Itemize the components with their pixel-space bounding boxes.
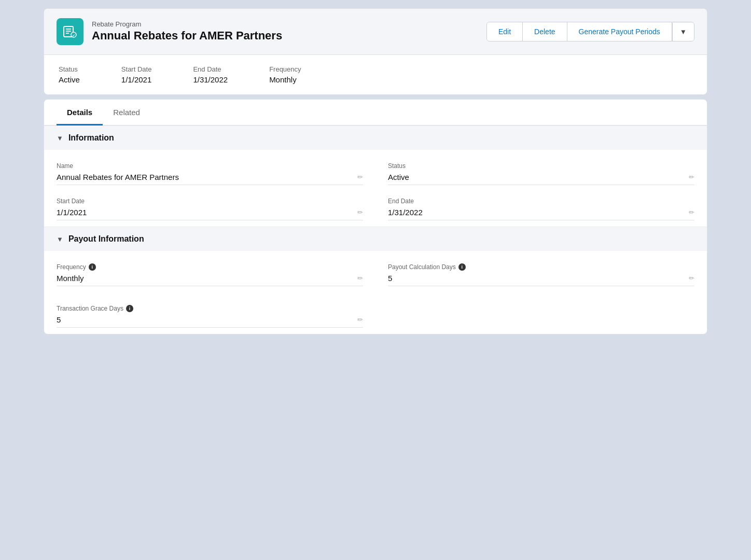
- header-subtitle: Rebate Program: [92, 20, 282, 28]
- frequency-info-icon[interactable]: i: [89, 263, 96, 271]
- information-fields-grid: Name Annual Rebates for AMER Partners ✏ …: [44, 150, 707, 227]
- meta-start-date: Start Date 1/1/2021: [121, 65, 152, 84]
- status-value-row: Active ✏: [388, 173, 694, 185]
- start-date-label: Start Date: [57, 198, 363, 205]
- end-date-label: End Date: [388, 198, 694, 205]
- end-date-value: 1/31/2022: [388, 208, 423, 217]
- edit-button[interactable]: Edit: [487, 22, 523, 41]
- start-date-edit-icon[interactable]: ✏: [357, 208, 363, 216]
- generate-payout-button[interactable]: Generate Payout Periods: [567, 22, 672, 41]
- payout-calc-value-row: 5 ✏: [388, 274, 694, 286]
- start-date-value: 1/1/2021: [57, 208, 87, 217]
- meta-end-date: End Date 1/31/2022: [193, 65, 228, 84]
- frequency-value-row: Monthly ✏: [57, 274, 363, 286]
- meta-status-value: Active: [59, 75, 80, 84]
- header-title: Annual Rebates for AMER Partners: [92, 29, 282, 43]
- meta-end-date-label: End Date: [193, 65, 228, 73]
- meta-end-date-value: 1/31/2022: [193, 75, 228, 84]
- meta-status-label: Status: [59, 65, 80, 73]
- header-top: ✓ Rebate Program Annual Rebates for AMER…: [44, 9, 707, 55]
- payout-section-title: Payout Information: [68, 234, 144, 244]
- transaction-grace-field: Transaction Grace Days i 5 ✏: [57, 297, 376, 332]
- meta-frequency-value: Monthly: [269, 75, 301, 84]
- payout-calc-field: Payout Calculation Days i 5 ✏: [376, 255, 694, 290]
- tab-related[interactable]: Related: [103, 100, 150, 125]
- header-actions: Edit Delete Generate Payout Periods ▼: [486, 22, 694, 41]
- main-card: Details Related ▼ Information Name Annua…: [44, 99, 707, 334]
- end-date-field: End Date 1/31/2022 ✏: [376, 189, 694, 225]
- payout-calc-label: Payout Calculation Days i: [388, 263, 694, 271]
- meta-start-date-value: 1/1/2021: [121, 75, 152, 84]
- transaction-grace-edit-icon[interactable]: ✏: [357, 316, 363, 324]
- app-icon: ✓: [57, 18, 84, 45]
- name-label: Name: [57, 162, 363, 170]
- header-card: ✓ Rebate Program Annual Rebates for AMER…: [44, 8, 707, 95]
- header-left: ✓ Rebate Program Annual Rebates for AMER…: [57, 18, 282, 45]
- name-edit-icon[interactable]: ✏: [357, 173, 363, 181]
- payout-calc-info-icon[interactable]: i: [458, 263, 466, 271]
- meta-start-date-label: Start Date: [121, 65, 152, 73]
- name-field: Name Annual Rebates for AMER Partners ✏: [57, 154, 376, 189]
- status-label: Status: [388, 162, 694, 170]
- frequency-field: Frequency i Monthly ✏: [57, 255, 376, 290]
- information-section-title: Information: [68, 133, 114, 143]
- status-value: Active: [388, 173, 409, 181]
- payout-chevron-icon: ▼: [57, 235, 63, 243]
- name-value: Annual Rebates for AMER Partners: [57, 173, 179, 181]
- tabs-row: Details Related: [44, 100, 707, 125]
- start-date-value-row: 1/1/2021 ✏: [57, 208, 363, 220]
- name-value-row: Annual Rebates for AMER Partners ✏: [57, 173, 363, 185]
- payout-calc-value: 5: [388, 274, 392, 283]
- transaction-grace-value: 5: [57, 315, 61, 324]
- frequency-value: Monthly: [57, 274, 84, 283]
- meta-row: Status Active Start Date 1/1/2021 End Da…: [44, 55, 707, 94]
- meta-frequency: Frequency Monthly: [269, 65, 301, 84]
- transaction-grace-value-row: 5 ✏: [57, 315, 363, 328]
- actions-dropdown-button[interactable]: ▼: [672, 23, 694, 41]
- frequency-label: Frequency i: [57, 263, 363, 271]
- information-chevron-icon: ▼: [57, 134, 63, 142]
- payout-calc-edit-icon[interactable]: ✏: [689, 274, 694, 282]
- tab-details[interactable]: Details: [57, 100, 103, 125]
- page-wrapper: ✓ Rebate Program Annual Rebates for AMER…: [44, 8, 707, 334]
- information-section-header[interactable]: ▼ Information: [44, 125, 707, 150]
- end-date-edit-icon[interactable]: ✏: [689, 208, 694, 216]
- start-date-field: Start Date 1/1/2021 ✏: [57, 189, 376, 225]
- meta-frequency-label: Frequency: [269, 65, 301, 73]
- meta-status: Status Active: [59, 65, 80, 84]
- payout-section-header[interactable]: ▼ Payout Information: [44, 227, 707, 251]
- status-edit-icon[interactable]: ✏: [689, 173, 694, 181]
- transaction-grace-info-icon[interactable]: i: [126, 305, 133, 312]
- end-date-value-row: 1/31/2022 ✏: [388, 208, 694, 220]
- header-title-group: Rebate Program Annual Rebates for AMER P…: [92, 20, 282, 43]
- transaction-grace-label: Transaction Grace Days i: [57, 305, 363, 312]
- svg-text:✓: ✓: [72, 34, 75, 37]
- payout-fields-grid: Frequency i Monthly ✏ Payout Calculation…: [44, 251, 707, 292]
- status-field: Status Active ✏: [376, 154, 694, 189]
- frequency-edit-icon[interactable]: ✏: [357, 274, 363, 282]
- transaction-grace-section: Transaction Grace Days i 5 ✏: [44, 292, 707, 334]
- delete-button[interactable]: Delete: [523, 22, 567, 41]
